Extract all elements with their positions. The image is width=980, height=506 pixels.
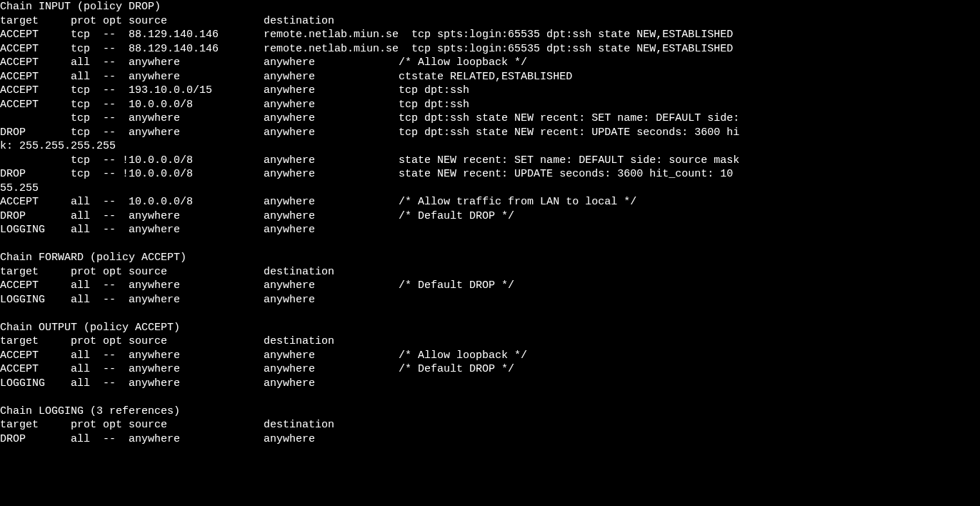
input-rule: k: 255.255.255.255	[0, 140, 116, 152]
chain-output-columns: target prot opt source destination	[0, 335, 334, 347]
input-rule: ACCEPT tcp -- 10.0.0.0/8 anywhere tcp dp…	[0, 99, 469, 111]
chain-output-header: Chain OUTPUT (policy ACCEPT)	[0, 322, 180, 334]
input-rule: ACCEPT all -- 10.0.0.0/8 anywhere /* All…	[0, 196, 636, 208]
input-rule: DROP tcp -- !10.0.0.0/8 anywhere state N…	[0, 168, 739, 180]
forward-rule: ACCEPT all -- anywhere anywhere /* Defau…	[0, 279, 514, 292]
chain-forward-columns: target prot opt source destination	[0, 266, 334, 278]
input-rule: DROP all -- anywhere anywhere /* Default…	[0, 210, 514, 222]
input-rule: ACCEPT tcp -- 193.10.0.0/15 anywhere tcp…	[0, 84, 469, 96]
input-rule: LOGGING all -- anywhere anywhere	[0, 224, 315, 236]
input-rule: tcp -- !10.0.0.0/8 anywhere state NEW re…	[0, 154, 739, 167]
forward-rule: LOGGING all -- anywhere anywhere	[0, 294, 315, 306]
input-rule: ACCEPT all -- anywhere anywhere /* Allow…	[0, 56, 527, 69]
chain-logging-header: Chain LOGGING (3 references)	[0, 405, 180, 417]
input-rule: ACCEPT tcp -- 88.129.140.146 remote.netl…	[0, 43, 733, 55]
input-rule: DROP tcp -- anywhere anywhere tcp dpt:ss…	[0, 126, 739, 139]
output-rule: ACCEPT all -- anywhere anywhere /* Allow…	[0, 349, 527, 362]
input-rule: 55.255	[0, 182, 39, 194]
input-rule: ACCEPT tcp -- 88.129.140.146 remote.netl…	[0, 29, 733, 41]
output-rule: ACCEPT all -- anywhere anywhere /* Defau…	[0, 363, 514, 375]
chain-input-columns: target prot opt source destination	[0, 15, 334, 27]
output-rule: LOGGING all -- anywhere anywhere	[0, 377, 315, 390]
chain-logging-columns: target prot opt source destination	[0, 419, 334, 431]
logging-rule: DROP all -- anywhere anywhere	[0, 433, 315, 445]
chain-input-header: Chain INPUT (policy DROP)	[0, 1, 161, 13]
input-rule: tcp -- anywhere anywhere tcp dpt:ssh sta…	[0, 112, 739, 124]
chain-forward-header: Chain FORWARD (policy ACCEPT)	[0, 252, 186, 264]
terminal-output: Chain INPUT (policy DROP) target prot op…	[0, 0, 980, 446]
input-rule: ACCEPT all -- anywhere anywhere ctstate …	[0, 71, 572, 83]
